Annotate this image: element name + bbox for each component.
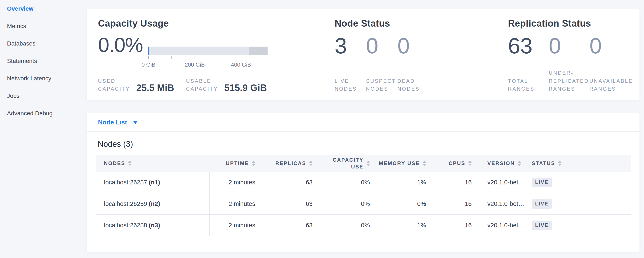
replicas-cell: 63 bbox=[260, 215, 318, 236]
status-cell: LIVE bbox=[527, 215, 631, 236]
replicas-cell: 63 bbox=[260, 193, 318, 215]
node-id: (n3) bbox=[149, 222, 160, 229]
capacity-use-cell: 0% bbox=[318, 193, 375, 215]
table-row: localhost:26258 (n3) 2 minutes 63 0% 1% … bbox=[96, 215, 631, 236]
sort-icon bbox=[423, 161, 426, 166]
status-badge: LIVE bbox=[532, 199, 552, 209]
status-badge: LIVE bbox=[532, 178, 552, 187]
axis-tick bbox=[264, 56, 264, 59]
total-ranges-stat: 63 TOTAL RANGES bbox=[508, 35, 549, 93]
column-header-cpus[interactable]: CPUS bbox=[431, 155, 477, 172]
sidebar-item-databases[interactable]: Databases bbox=[7, 35, 86, 52]
used-capacity-label: USED CAPACITY bbox=[98, 77, 130, 93]
column-label: CAPACITY USE bbox=[333, 157, 364, 170]
total-ranges-label: TOTAL RANGES bbox=[508, 77, 549, 93]
memory-use-cell: 0% bbox=[375, 193, 431, 215]
axis-label-200: 200 GiB bbox=[185, 61, 205, 68]
node-list-dropdown[interactable]: Node List bbox=[98, 119, 138, 126]
axis-tick bbox=[194, 56, 195, 59]
under-replicated-ranges-label: UNDER- REPLICATED RANGES bbox=[549, 69, 590, 93]
capacity-bar-used-segment bbox=[148, 47, 150, 55]
column-header-replicas[interactable]: REPLICAS bbox=[260, 155, 318, 172]
column-label: CPUS bbox=[448, 160, 465, 167]
node-host: localhost:26258 bbox=[104, 222, 147, 229]
column-header-nodes[interactable]: NODES bbox=[96, 155, 210, 172]
capacity-axis: 0 GiB 200 GiB 400 GiB bbox=[148, 56, 268, 69]
replication-status-section: Replication Status 63 TOTAL RANGES 0 UND… bbox=[508, 18, 635, 93]
column-label: STATUS bbox=[532, 160, 555, 167]
node-id: (n1) bbox=[149, 179, 160, 186]
column-label: MEMORY USE bbox=[379, 160, 420, 167]
live-nodes-label: LIVE NODES bbox=[335, 77, 366, 93]
dead-nodes-stat: 0 DEAD NODES bbox=[398, 35, 429, 93]
node-name-cell[interactable]: localhost:26258 (n3) bbox=[96, 215, 210, 236]
node-status-title: Node Status bbox=[335, 18, 502, 29]
sort-icon bbox=[366, 161, 370, 166]
column-label: NODES bbox=[104, 160, 125, 167]
sort-icon bbox=[518, 161, 521, 166]
live-nodes-value: 3 bbox=[335, 35, 366, 57]
column-header-version[interactable]: VERSION bbox=[477, 155, 527, 172]
usable-capacity-value: 515.9 GiB bbox=[224, 83, 267, 93]
cpus-cell: 16 bbox=[431, 215, 477, 236]
axis-label-400: 400 GiB bbox=[231, 61, 251, 68]
axis-tick bbox=[241, 56, 241, 59]
capacity-bar-reserved-segment bbox=[249, 47, 268, 55]
view-selector-row: Node List bbox=[87, 113, 640, 132]
unavailable-ranges-label: UNAVAILABLE RANGES bbox=[590, 77, 630, 93]
live-nodes-stat: 3 LIVE NODES bbox=[335, 35, 366, 93]
column-label: REPLICAS bbox=[276, 160, 306, 167]
node-name-cell[interactable]: localhost:26259 (n2) bbox=[96, 193, 210, 215]
suspect-nodes-value: 0 bbox=[366, 35, 398, 57]
sidebar-item-advanced-debug[interactable]: Advanced Debug bbox=[7, 105, 86, 122]
uptime-cell: 2 minutes bbox=[210, 193, 260, 215]
cpus-cell: 16 bbox=[431, 172, 477, 193]
sort-icon bbox=[468, 161, 472, 166]
sort-icon bbox=[558, 161, 562, 166]
dead-nodes-value: 0 bbox=[398, 35, 429, 57]
table-row: localhost:26259 (n2) 2 minutes 63 0% 0% … bbox=[96, 193, 631, 215]
replicas-cell: 63 bbox=[260, 172, 318, 193]
total-ranges-value: 63 bbox=[508, 35, 549, 57]
suspect-nodes-label: SUSPECT NODES bbox=[366, 77, 398, 93]
column-header-status[interactable]: STATUS bbox=[527, 155, 631, 172]
sidebar-item-metrics[interactable]: Metrics bbox=[7, 18, 86, 35]
table-row: localhost:26257 (n1) 2 minutes 63 0% 1% … bbox=[96, 172, 631, 193]
uptime-cell: 2 minutes bbox=[210, 172, 260, 193]
column-label: VERSION bbox=[488, 160, 515, 167]
cluster-summary-card: Capacity Usage 0.0% 0 GiB 200 GiB 400 bbox=[86, 9, 640, 100]
axis-tick bbox=[218, 56, 218, 59]
under-replicated-ranges-stat: 0 UNDER- REPLICATED RANGES bbox=[549, 35, 590, 93]
sidebar-item-jobs[interactable]: Jobs bbox=[7, 87, 86, 105]
capacity-usage-section: Capacity Usage 0.0% 0 GiB 200 GiB 400 bbox=[98, 18, 334, 93]
axis-tick bbox=[148, 56, 149, 59]
node-status-section: Node Status 3 LIVE NODES 0 SUSPECT NODES… bbox=[335, 18, 502, 93]
column-header-uptime[interactable]: UPTIME bbox=[210, 155, 260, 172]
node-host: localhost:26257 bbox=[104, 179, 147, 186]
column-label: UPTIME bbox=[226, 160, 249, 167]
memory-use-cell: 1% bbox=[375, 172, 431, 193]
usable-capacity-label: USABLE CAPACITY bbox=[186, 77, 218, 93]
memory-use-cell: 1% bbox=[375, 215, 431, 236]
chevron-down-icon bbox=[133, 121, 138, 124]
node-name-cell[interactable]: localhost:26257 (n1) bbox=[96, 172, 210, 193]
nodes-table: NODES UPTIME REPLICAS CAPACITY USE bbox=[96, 155, 631, 236]
capacity-use-cell: 0% bbox=[318, 172, 375, 193]
unavailable-ranges-stat: 0 UNAVAILABLE RANGES bbox=[590, 35, 630, 93]
node-list-dropdown-label: Node List bbox=[98, 119, 127, 126]
sort-icon bbox=[252, 161, 255, 166]
sidebar-item-network-latency[interactable]: Network Latency bbox=[7, 70, 86, 87]
sidebar-item-statements[interactable]: Statements bbox=[7, 52, 86, 70]
uptime-cell: 2 minutes bbox=[210, 215, 260, 236]
sort-icon bbox=[309, 161, 312, 166]
sidebar-nav: Overview Metrics Databases Statements Ne… bbox=[7, 0, 86, 122]
capacity-use-cell: 0% bbox=[318, 215, 375, 236]
nodes-table-area: Nodes (3) NODES UPTIME REPLIC bbox=[87, 140, 640, 236]
version-cell: v20.1.0-bet… bbox=[477, 193, 527, 215]
capacity-usage-title: Capacity Usage bbox=[98, 18, 334, 29]
column-header-memory-use[interactable]: MEMORY USE bbox=[375, 155, 431, 172]
node-host: localhost:26259 bbox=[104, 200, 147, 207]
column-header-capacity-use[interactable]: CAPACITY USE bbox=[318, 155, 375, 172]
sidebar-item-overview[interactable]: Overview bbox=[7, 0, 86, 18]
unavailable-ranges-value: 0 bbox=[590, 35, 630, 57]
